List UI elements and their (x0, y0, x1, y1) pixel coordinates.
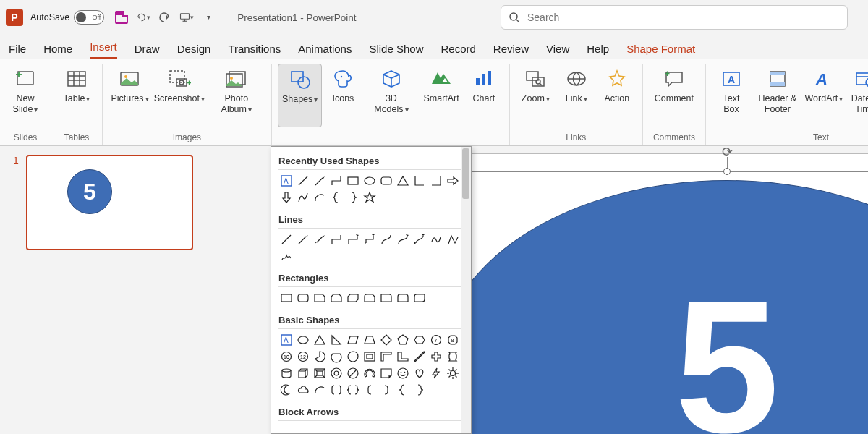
shape-freeform[interactable] (445, 231, 461, 247)
shape-curve[interactable] (295, 190, 311, 205)
undo-button[interactable]: ▾ (136, 10, 150, 25)
shape-right-tri[interactable] (328, 332, 344, 348)
shape-heart[interactable] (412, 365, 427, 381)
smartart-button[interactable]: SmartArt (420, 64, 463, 127)
shape-no-symbol[interactable] (345, 365, 361, 381)
shape-triangle[interactable] (395, 173, 411, 189)
shape-snip-diag[interactable] (345, 290, 361, 306)
comment-button[interactable]: + Comment (649, 64, 699, 127)
shape-text-box2[interactable]: A (278, 332, 294, 348)
shape-round-rect[interactable] (295, 290, 311, 306)
shape-arrow-right[interactable] (445, 173, 461, 189)
3d-models-button[interactable]: 3D Models (364, 64, 418, 127)
from-beginning-button[interactable]: ▾ (179, 10, 194, 25)
shape-rectangle[interactable] (345, 173, 361, 189)
shape-sun[interactable] (445, 365, 461, 381)
shape-octagon[interactable]: 8 (445, 332, 461, 348)
shape-lightning[interactable] (428, 365, 444, 381)
link-button[interactable]: Link (557, 64, 596, 127)
shape-triangle2[interactable] (312, 332, 328, 348)
resize-handle[interactable] (723, 168, 731, 175)
save-button[interactable] (114, 10, 129, 25)
qat-customize-button[interactable]: ▾ (201, 10, 216, 25)
shapes-gallery-popup[interactable]: Recently Used Shapes A Lines (271, 146, 472, 434)
shape-smiley[interactable] (395, 365, 411, 381)
shape-line-double-arrow[interactable] (312, 231, 328, 247)
shape-round-diag[interactable] (412, 290, 427, 306)
thumbnail-row[interactable]: 1 5 (13, 155, 193, 250)
shape-left-brace[interactable] (395, 382, 411, 398)
chart-button[interactable]: Chart (464, 64, 503, 127)
zoom-button[interactable]: Zoom (516, 64, 556, 127)
text-box-button[interactable]: A Text Box (712, 64, 751, 127)
shape-moon[interactable] (278, 382, 294, 398)
wordart-button[interactable]: A WordArt (804, 64, 843, 127)
shape-can[interactable] (278, 365, 294, 381)
shape-bevel[interactable] (312, 365, 328, 381)
shape-curve-double[interactable] (412, 231, 427, 247)
header-footer-button[interactable]: Header & Footer (752, 64, 803, 127)
shape-elbow-double[interactable] (362, 231, 378, 247)
shape-freeform-curve[interactable] (428, 231, 444, 247)
shape-right-bracket[interactable] (378, 382, 394, 398)
shape-dodecagon[interactable]: 12 (295, 349, 311, 365)
shape-rect[interactable] (278, 290, 294, 306)
table-button[interactable]: Table (57, 64, 96, 127)
tab-record[interactable]: Record (441, 43, 475, 59)
shapes-scrollbar[interactable] (461, 147, 471, 433)
shape-frame[interactable] (362, 349, 378, 365)
shape-curve-conn[interactable] (378, 231, 394, 247)
search-box[interactable] (501, 5, 848, 30)
shape-half-frame[interactable] (378, 349, 394, 365)
autosave-toggle[interactable]: AutoSave Off (30, 10, 104, 25)
tab-design[interactable]: Design (177, 43, 211, 59)
pictures-button[interactable]: Pictures (109, 64, 151, 127)
shape-cloud[interactable] (295, 382, 311, 398)
shape-round2[interactable] (395, 290, 411, 306)
tab-animations[interactable]: Animations (298, 43, 352, 59)
shape-arc2[interactable] (312, 382, 328, 398)
redo-button[interactable] (158, 10, 172, 25)
shape-oval2[interactable] (295, 332, 311, 348)
shape-pentagon[interactable] (395, 332, 411, 348)
new-slide-button[interactable]: New Slide (6, 64, 45, 127)
shape-line[interactable] (278, 231, 294, 247)
shape-right-brace[interactable] (412, 382, 427, 398)
shape-cross[interactable] (428, 349, 444, 365)
shape-donut[interactable] (328, 365, 344, 381)
shape-snip1[interactable] (312, 290, 328, 306)
shape-trapezoid[interactable] (362, 332, 378, 348)
shape-teardrop[interactable] (345, 349, 361, 365)
photo-album-button[interactable]: Photo Album (208, 64, 265, 127)
shape-brace-right[interactable] (345, 190, 361, 205)
shape-star[interactable] (362, 190, 378, 205)
shape-block-arc[interactable] (362, 365, 378, 381)
shape-line-arrow[interactable] (295, 231, 311, 247)
shape-chord[interactable] (328, 349, 344, 365)
shape-snip-round[interactable] (362, 290, 378, 306)
shape-round1[interactable] (378, 290, 394, 306)
tab-slideshow[interactable]: Slide Show (369, 43, 423, 59)
shape-elbow[interactable] (328, 231, 344, 247)
tab-insert[interactable]: Insert (90, 41, 117, 59)
shape-curve-arrow[interactable] (395, 231, 411, 247)
shape-double-brace[interactable] (345, 382, 361, 398)
shape-l-connector2[interactable] (428, 173, 444, 189)
shape-line[interactable] (295, 173, 311, 189)
shape-arc[interactable] (312, 190, 328, 205)
shape-l-shape[interactable] (395, 349, 411, 365)
tab-draw[interactable]: Draw (135, 43, 160, 59)
shape-oval[interactable] (362, 173, 378, 189)
tab-shape-format[interactable]: Shape Format (626, 43, 695, 59)
shape-cube[interactable] (295, 365, 311, 381)
tab-home[interactable]: Home (43, 43, 72, 59)
shapes-button[interactable]: Shapes (278, 64, 323, 127)
search-input[interactable] (527, 12, 840, 23)
shape-arrow-down[interactable] (278, 190, 294, 205)
icons-button[interactable]: Icons (323, 64, 362, 127)
shape-text-box[interactable]: A (278, 173, 294, 189)
slide-thumbnail-1[interactable]: 5 (26, 155, 193, 250)
shape-diamond[interactable] (378, 332, 394, 348)
autosave-switch[interactable]: Off (74, 10, 104, 25)
shape-decagon[interactable]: 10 (278, 349, 294, 365)
